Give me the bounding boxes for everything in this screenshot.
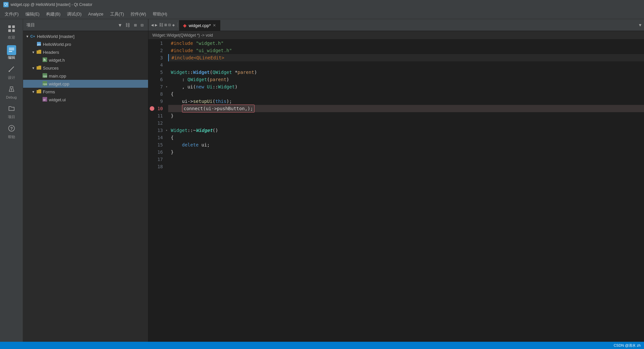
code-line-15: delete ui; [168,141,644,148]
tree-item-label: main.cpp [49,74,145,79]
menu-item-帮助(H)[interactable]: 帮助(H) [149,10,170,18]
tree-item-HelloWorld--master-[interactable]: ▼C+HelloWorld [master] [23,32,148,40]
project-icon [8,105,15,113]
tree-item-Sources[interactable]: ▼Sources [23,64,148,72]
svg-rect-4 [9,48,14,48]
project-label: 项目 [8,114,15,119]
code-line-8: { [168,90,644,98]
debug-icon [8,85,15,94]
code-line-11: } [168,112,644,119]
menu-item-文件(F)[interactable]: 文件(F) [1,10,22,18]
split-btn2[interactable]: ⊟ [168,22,171,27]
tree-item-Forms[interactable]: ▼Forms [23,88,148,96]
code-line-1: #include "widget.h" [168,40,644,47]
file-icon: cpp [42,73,47,79]
breadcrumb-text: Widget::Widget(QWidget *) -> void [152,33,213,38]
tab-selector-btn[interactable]: ▼ [639,23,641,27]
close-panel-btn[interactable]: ⊟ [139,22,145,28]
add-btn[interactable]: ⊞ [133,22,138,28]
tab-close-btn[interactable]: ✕ [213,23,216,28]
link-editor-btn[interactable]: ⛓ [159,22,163,27]
filter-btn[interactable]: ▼ [117,22,123,28]
bookmark-btn[interactable]: ◈ [172,22,175,27]
design-label: 设计 [8,75,15,80]
debug-label: Debug [6,95,16,99]
folder-icon [36,49,42,55]
forward-btn[interactable]: ▶ [155,22,158,27]
line-num-4: 4 [148,61,168,69]
expand-arrow: ▼ [32,50,36,54]
sidebar-icon-help[interactable]: ?帮助 [0,122,23,142]
file-tree: ▼C+HelloWorld [master]proHelloWorld.pro▼… [23,31,148,342]
tree-item-label: widget.h [49,58,145,63]
title-bar: Qt widget.cpp @ HelloWorld [master] - Qt… [0,0,644,9]
split-btn1[interactable]: ⊞ [165,22,167,27]
back-btn[interactable]: ◀ [151,22,154,27]
svg-point-7 [9,71,10,72]
project-panel: 项目 ▼ ⛓ ⊞ ⊟ ▼C+HelloWorld [master]proHell… [23,19,148,342]
tree-item-widget-ui[interactable]: uiwidget.ui [23,96,148,104]
line-num-10: 10 [148,105,168,112]
sidebar-icon-debug[interactable]: Debug [0,83,23,102]
tree-item-label: Sources [43,66,145,71]
svg-text:ui: ui [43,98,46,101]
link-btn[interactable]: ⛓ [124,22,131,28]
project-icon: C+ [30,33,36,40]
project-panel-title: 项目 [26,22,35,28]
tree-item-label: HelloWorld [master] [37,34,145,39]
menu-item-编辑(E)[interactable]: 编辑(E) [22,10,43,18]
sidebar-icon-design[interactable]: 设计 [0,63,23,83]
tree-item-widget-h[interactable]: hwidget.h [23,56,148,64]
line-num-18: 18 [148,163,168,170]
menu-item-工具(T)[interactable]: 工具(T) [107,10,128,18]
file-icon: pro [36,41,42,48]
folder-icon [36,65,42,71]
menu-item-Analyze[interactable]: Analyze [85,10,107,18]
code-line-18 [168,163,644,170]
line-num-11: 11 [148,112,168,119]
edit-label: 编辑 [8,55,15,60]
panel-toolbar: ▼ ⛓ ⊞ ⊟ [117,22,145,28]
line-num-5: 5 [148,69,168,76]
svg-rect-2 [8,29,11,32]
tree-item-label: widget.ui [49,97,145,102]
line-num-17: 17 [148,156,168,163]
tree-item-widget-cpp[interactable]: cppwidget.cpp [23,80,148,88]
code-line-7: , ui(new Ui::Widget) [168,83,644,90]
code-line-16: } [168,148,644,156]
line-numbers: 1 2 3 4 5 6 7▾ 8 9 10 11 12 13▾ 14 15 16 [148,40,168,342]
expand-arrow: ▼ [32,66,36,70]
file-icon: cpp [42,81,47,87]
menu-item-调试(D)[interactable]: 调试(D) [64,10,85,18]
line-num-14: 14 [148,134,168,141]
file-icon: h [42,57,47,63]
tree-item-Headers[interactable]: ▼Headers [23,48,148,56]
svg-text:h: h [44,58,46,62]
svg-rect-6 [9,51,12,52]
status-bar: CSDN @清水 zh [0,342,644,349]
svg-rect-1 [12,25,15,28]
title-text: widget.cpp @ HelloWorld [master] - Qt Cr… [11,2,92,7]
file-icon: ui [42,97,47,103]
code-content[interactable]: #include "widget.h" #include "ui_widget.… [168,40,644,342]
svg-text:pro: pro [37,43,41,46]
sidebar-icon-edit[interactable]: 编辑 [0,43,23,63]
tree-item-main-cpp[interactable]: cppmain.cpp [23,72,148,80]
code-editor[interactable]: 1 2 3 4 5 6 7▾ 8 9 10 11 12 13▾ 14 15 16 [148,40,644,342]
line-num-9: 9 [148,98,168,105]
menu-item-控件(W)[interactable]: 控件(W) [127,10,149,18]
tab-widget-cpp[interactable]: ◆ widget.cpp* ✕ [179,20,220,31]
tree-item-HelloWorld-pro[interactable]: proHelloWorld.pro [23,40,148,48]
code-line-14: { [168,134,644,141]
sidebar-icon-project[interactable]: 项目 [0,102,23,122]
menu-item-构建(B)[interactable]: 构建(B) [43,10,64,18]
folder-icon [36,89,42,95]
line-num-15: 15 [148,141,168,148]
code-line-17 [168,156,644,163]
line-num-3: 3 [148,54,168,61]
svg-rect-5 [9,49,14,50]
sidebar-icon-welcome[interactable]: 欢迎 [0,22,23,43]
code-line-9: ui->setupUi(this); [168,98,644,105]
tree-item-label: Forms [43,89,145,94]
tree-item-label: Headers [43,50,145,55]
